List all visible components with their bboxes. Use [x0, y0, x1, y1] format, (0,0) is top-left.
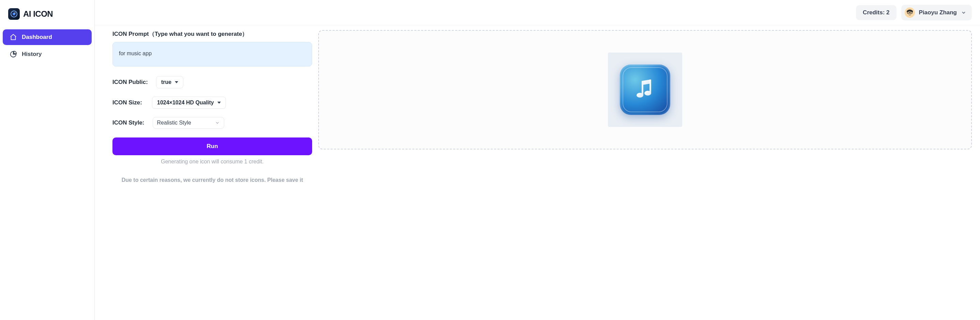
- preview-box: [318, 30, 972, 149]
- sidebar-item-label: History: [22, 51, 42, 58]
- user-menu[interactable]: Piaoyu Zhang: [901, 5, 972, 21]
- svg-point-12: [644, 91, 651, 96]
- public-select[interactable]: true: [156, 76, 183, 88]
- svg-point-7: [908, 12, 909, 13]
- sidebar: AI ICON Dashboard: [0, 0, 95, 320]
- home-icon: [10, 34, 17, 41]
- nav-list: Dashboard History: [3, 29, 92, 62]
- generated-icon: [620, 64, 670, 115]
- caret-down-icon: [217, 102, 221, 104]
- app-logo-text: AI ICON: [23, 9, 53, 19]
- chevron-down-icon: [961, 10, 966, 15]
- credits-text: Credits: 2: [863, 9, 889, 16]
- preview-column: [318, 30, 972, 149]
- svg-rect-10: [649, 80, 651, 93]
- svg-point-11: [636, 93, 643, 98]
- size-select[interactable]: 1024×1024 HD Quality: [152, 96, 226, 109]
- style-value: Realistic Style: [157, 120, 191, 126]
- style-select[interactable]: Realistic Style: [153, 117, 224, 129]
- public-label: ICON Public:: [113, 79, 148, 86]
- prompt-input[interactable]: [113, 42, 312, 67]
- credits-badge[interactable]: Credits: 2: [856, 5, 896, 20]
- svg-point-2: [15, 13, 16, 14]
- public-value: true: [161, 79, 172, 85]
- generated-icon-frame[interactable]: [608, 53, 682, 127]
- pie-icon: [10, 51, 17, 58]
- prompt-label: ICON Prompt（Type what you want to genera…: [113, 30, 312, 38]
- music-note-icon: [632, 76, 659, 103]
- form-column: ICON Prompt（Type what you want to genera…: [113, 30, 312, 183]
- style-label: ICON Style:: [113, 119, 145, 126]
- chevron-down-icon: [215, 120, 220, 125]
- size-label: ICON Size:: [113, 99, 144, 106]
- storage-hint: Due to certain reasons, we currently do …: [113, 177, 312, 183]
- app-logo[interactable]: AI ICON: [3, 6, 92, 27]
- svg-rect-9: [642, 81, 643, 95]
- size-value: 1024×1024 HD Quality: [157, 99, 214, 106]
- avatar: [905, 8, 915, 18]
- user-name: Piaoyu Zhang: [919, 9, 957, 16]
- svg-point-8: [911, 12, 912, 13]
- app-logo-icon: [8, 8, 20, 20]
- run-button[interactable]: Run: [113, 138, 312, 155]
- credit-hint: Generating one icon will consume 1 credi…: [113, 158, 312, 165]
- sidebar-item-dashboard[interactable]: Dashboard: [3, 29, 92, 45]
- sidebar-item-history[interactable]: History: [3, 46, 92, 62]
- sidebar-item-label: Dashboard: [22, 34, 52, 41]
- caret-down-icon: [175, 81, 178, 83]
- header: Credits: 2 Piaoyu Zhang: [95, 0, 980, 25]
